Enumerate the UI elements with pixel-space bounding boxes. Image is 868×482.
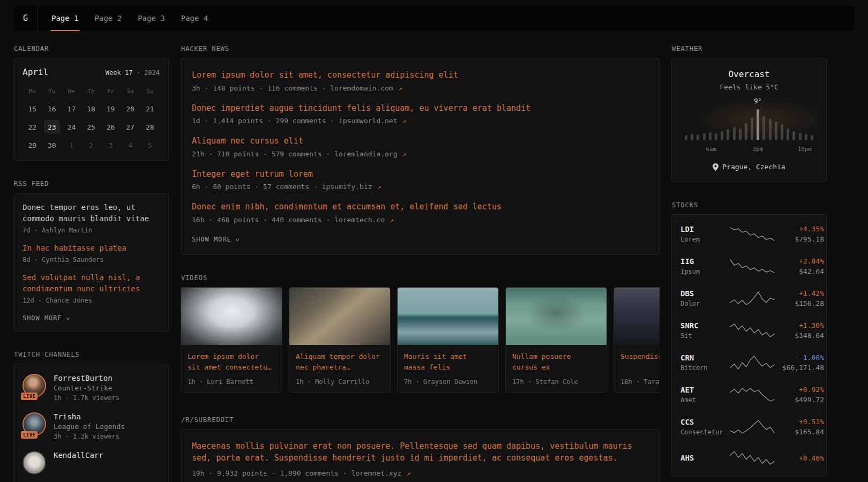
- tab-page-1[interactable]: Page 1: [43, 5, 87, 31]
- post-meta: 1d · 1,414 points · 299 comments · ipsum…: [192, 117, 648, 125]
- stock-symbol: IIG: [680, 257, 730, 266]
- calendar-day: 19: [103, 102, 118, 115]
- video-title[interactable]: Suspendisse diam: [620, 351, 660, 374]
- weather-bar: [787, 129, 789, 140]
- calendar-day: 28: [143, 120, 158, 133]
- video-card[interactable]: Aliquam tempor dolor nec pharetra… 1h · …: [289, 287, 391, 393]
- stock-sparkline: [730, 290, 775, 306]
- weather-time-label: 10pm: [797, 146, 812, 153]
- stock-sparkline: [730, 355, 775, 371]
- post-stats: 16h · 468 points · 440 comments ·: [192, 216, 330, 224]
- post-stats: 19h · 9,932 points · 1,090 comments ·: [192, 469, 347, 477]
- post-meta: 3h · 148 points · 116 comments · loremdo…: [192, 84, 648, 92]
- weather-card: Overcast Feels like 5°C 9° 6am2pm10pm Pr…: [671, 58, 827, 182]
- stock-change: +0.46%: [775, 454, 824, 462]
- weather-bar: [811, 135, 813, 140]
- video-card-body: Nullam posuere cursus ex 17h · Stefan Co…: [506, 345, 607, 392]
- page-tabs: Page 1Page 2Page 3Page 4: [43, 5, 216, 31]
- stock-row[interactable]: CRN Bitcorn -1.00% $66,171.48: [680, 347, 818, 379]
- reddit-list: Maecenas mollis pulvinar erat non posuer…: [192, 440, 648, 477]
- tab-page-3[interactable]: Page 3: [130, 5, 173, 31]
- post-domain-link[interactable]: loremlandia.org: [334, 150, 397, 158]
- post-title[interactable]: Aliquam nec cursus elit: [192, 135, 648, 147]
- app-logo[interactable]: G: [13, 5, 38, 31]
- video-card[interactable]: Mauris sit amet massa felis 7h · Grayson…: [397, 287, 499, 393]
- weather-times: 6am2pm10pm: [685, 146, 813, 153]
- calendar-day: 16: [44, 102, 59, 115]
- stock-info: IIG Ipsum: [680, 257, 730, 275]
- post-domain-link[interactable]: loremtech.co: [334, 216, 385, 224]
- calendar-week-year: Week 17 · 2024: [106, 69, 160, 77]
- stock-row[interactable]: SNRC Sit +1.36% $148.64: [680, 314, 818, 347]
- video-title[interactable]: Lorem ipsum dolor sit amet consectetu…: [188, 351, 275, 374]
- video-card[interactable]: Nullam posuere cursus ex 17h · Stefan Co…: [505, 287, 607, 393]
- video-title[interactable]: Mauris sit amet massa felis: [404, 351, 492, 374]
- weather-location: Prague, Czechia: [682, 163, 817, 171]
- calendar-day: 27: [123, 120, 138, 133]
- stock-row[interactable]: DBS Dolor +1.42% $156.28: [680, 282, 818, 314]
- stock-list: LDI Lorem +4.35% $795.18 IIG Ipsum +2.84…: [680, 218, 818, 473]
- video-card[interactable]: Lorem ipsum dolor sit amet consectetu… 1…: [181, 287, 282, 393]
- post-title[interactable]: Lorem ipsum dolor sit amet, consectetur …: [192, 69, 648, 81]
- video-title[interactable]: Nullam posuere cursus ex: [512, 351, 600, 374]
- video-card[interactable]: Suspendisse diam 18h · Tara: [613, 287, 660, 393]
- stock-row[interactable]: CCS Consectetur +0.51% $165.84: [680, 411, 818, 443]
- video-thumbnail[interactable]: [506, 288, 607, 345]
- post-domain-link[interactable]: loremnet.xyz: [351, 469, 401, 477]
- video-thumbnail[interactable]: [289, 288, 390, 345]
- calendar-day: 4: [123, 139, 138, 152]
- post-domain-link[interactable]: ipsumify.biz: [322, 183, 372, 191]
- video-title[interactable]: Aliquam tempor dolor nec pharetra…: [296, 351, 384, 374]
- stock-row[interactable]: AET Amet +0.92% $499.72: [680, 379, 818, 411]
- calendar-day: 2: [84, 139, 99, 152]
- tab-page-4[interactable]: Page 4: [173, 5, 216, 31]
- rss-item: Sed volutpat nulla nisl, a condimentum n…: [23, 272, 160, 304]
- post-title[interactable]: Integer eget rutrum lorem: [192, 168, 648, 180]
- stock-sparkline: [730, 450, 775, 466]
- stock-row[interactable]: AHS +0.46%: [680, 443, 818, 473]
- video-thumbnail[interactable]: [614, 288, 660, 345]
- stock-change: +2.84%: [775, 257, 824, 265]
- stock-symbol: CCS: [680, 418, 730, 426]
- videos-widget-title: VIDEOS: [181, 274, 660, 282]
- video-meta: 18h · Tara: [620, 378, 660, 386]
- calendar-day-header: Mo: [29, 88, 36, 95]
- post-title[interactable]: Donec enim nibh, condimentum et accumsan…: [192, 201, 648, 213]
- tab-page-2[interactable]: Page 2: [87, 5, 130, 31]
- twitch-channel-item[interactable]: LIVE Trisha League of Legends 3h · 1.2k …: [23, 412, 160, 440]
- twitch-channel-item[interactable]: KendallCarr: [23, 451, 160, 475]
- rss-item-title[interactable]: Donec tempor eros leo, ut commodo mauris…: [23, 202, 160, 224]
- stock-row[interactable]: IIG Ipsum +2.84% $42.04: [680, 250, 818, 282]
- twitch-channel-item[interactable]: LIVE ForrestBurton Counter-Strike 1h · 1…: [23, 374, 160, 402]
- subreddit-card: Maecenas mollis pulvinar erat non posuer…: [181, 429, 660, 482]
- stock-info: AHS: [680, 454, 730, 462]
- stock-values: +0.46%: [775, 454, 824, 462]
- chevron-down-icon: ⌄: [66, 312, 71, 321]
- post-item: Integer eget rutrum lorem 6h · 60 points…: [192, 168, 648, 191]
- show-more-label: SHOW MORE: [192, 236, 231, 243]
- stock-row[interactable]: LDI Lorem +4.35% $795.18: [680, 218, 818, 250]
- rss-item: In hac habitasse platea 8d · Cynthia Sau…: [23, 243, 160, 263]
- rss-item-title[interactable]: Sed volutpat nulla nisl, a condimentum n…: [23, 272, 160, 295]
- post-domain-link[interactable]: loremdomain.com: [330, 84, 393, 92]
- rss-item-meta: 8d · Cynthia Saunders: [23, 256, 160, 263]
- stock-name: Lorem: [680, 236, 730, 243]
- dashboard: CALENDAR April Week 17 · 2024 MoTuWeThFr…: [0, 31, 868, 482]
- live-badge: LIVE: [21, 393, 38, 400]
- stock-values: +4.35% $795.18: [775, 225, 824, 243]
- rss-item-title[interactable]: In hac habitasse platea: [23, 243, 160, 254]
- weather-bar: [751, 118, 753, 140]
- video-thumbnail[interactable]: [181, 288, 282, 345]
- channel-info: Trisha League of Legends 3h · 1.2k viewe…: [54, 412, 125, 440]
- weather-widget: WEATHER Overcast Feels like 5°C 9° 6am2p…: [671, 45, 827, 182]
- post-title[interactable]: Donec imperdiet augue tincidunt felis al…: [192, 102, 648, 115]
- video-thumbnail[interactable]: [398, 288, 498, 345]
- post-domain-link[interactable]: ipsumworld.net: [339, 117, 398, 125]
- rss-show-more-button[interactable]: SHOW MORE ⌄: [23, 314, 71, 322]
- hackernews-show-more-button[interactable]: SHOW MORE ⌄: [192, 235, 240, 244]
- external-link-icon: ↗: [390, 216, 394, 224]
- post-title[interactable]: Maecenas mollis pulvinar erat non posuer…: [192, 440, 648, 464]
- external-link-icon: ↗: [407, 470, 410, 477]
- post-item: Aliquam nec cursus elit 21h · 710 points…: [192, 135, 648, 158]
- calendar-day: 17: [64, 102, 79, 115]
